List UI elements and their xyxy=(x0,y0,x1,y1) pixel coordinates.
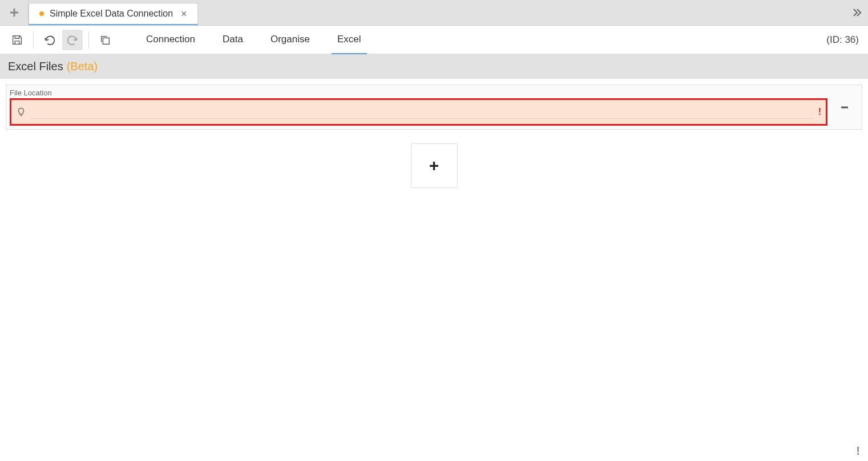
toolbar-separator xyxy=(88,31,89,49)
nav-tabs: Connection Data Organise Excel xyxy=(140,26,367,54)
toolbar-separator xyxy=(33,31,34,49)
tab-overflow-button[interactable] xyxy=(845,0,868,25)
validation-error-icon: ! xyxy=(818,107,821,117)
nav-tab-excel[interactable]: Excel xyxy=(332,26,367,54)
save-icon xyxy=(11,34,23,46)
save-button[interactable] xyxy=(7,30,27,50)
plus-icon xyxy=(9,7,19,18)
file-location-panel: File Location ! xyxy=(6,85,862,130)
tab-bar: Simple Excel Data Connection × xyxy=(0,0,868,26)
undo-icon xyxy=(43,34,56,46)
dirty-indicator-icon xyxy=(39,11,44,16)
redo-icon xyxy=(66,34,79,46)
copy-icon xyxy=(99,34,111,46)
minus-icon xyxy=(839,102,850,113)
nav-tab-label: Excel xyxy=(337,34,361,45)
remove-file-button[interactable] xyxy=(831,89,858,126)
plus-icon: + xyxy=(429,156,439,175)
nav-tab-organise[interactable]: Organise xyxy=(265,26,316,54)
toolbar: Connection Data Organise Excel (ID: 36) xyxy=(0,26,868,54)
add-file-button[interactable]: + xyxy=(411,143,458,188)
svg-rect-0 xyxy=(103,38,109,44)
beta-badge: (Beta) xyxy=(67,60,98,73)
section-title: Excel Files xyxy=(8,60,63,73)
file-location-input[interactable] xyxy=(31,105,814,119)
copy-button[interactable] xyxy=(95,30,115,50)
tab-active[interactable]: Simple Excel Data Connection × xyxy=(29,3,198,25)
chevron-double-right-icon xyxy=(851,7,862,18)
add-area: + xyxy=(0,143,868,188)
nav-tab-connection[interactable]: Connection xyxy=(140,26,201,54)
new-tab-button[interactable] xyxy=(0,0,29,25)
nav-tab-data[interactable]: Data xyxy=(217,26,249,54)
status-warning-icon[interactable]: ! xyxy=(856,444,860,458)
undo-button[interactable] xyxy=(39,30,60,50)
record-id-label: (ID: 36) xyxy=(826,34,861,46)
file-location-label: File Location xyxy=(10,89,827,97)
close-tab-button[interactable]: × xyxy=(179,9,189,19)
nav-tab-label: Connection xyxy=(146,34,195,45)
nav-tab-label: Data xyxy=(223,34,243,45)
nav-tab-label: Organise xyxy=(271,34,310,45)
tab-title: Simple Excel Data Connection xyxy=(50,9,173,19)
file-location-input-wrap: ! xyxy=(10,98,827,126)
redo-button xyxy=(62,30,83,50)
section-header: Excel Files (Beta) xyxy=(0,54,868,79)
lightbulb-icon xyxy=(16,107,26,117)
